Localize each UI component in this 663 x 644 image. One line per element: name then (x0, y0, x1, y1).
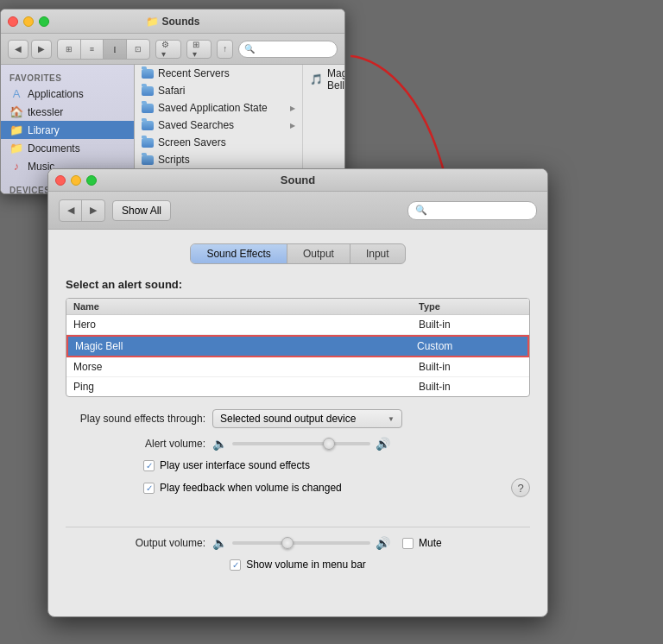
folder-icon (142, 104, 154, 113)
output-volume-slider: 🔈 🔊 Mute (212, 536, 442, 550)
col-item-saved-searches[interactable]: Saved Searches ▶ (135, 117, 302, 134)
alert-volume-label: Alert volume: (66, 438, 212, 450)
finder-search[interactable]: 🔍 (238, 41, 338, 58)
icon-view-button[interactable]: ⊞ (58, 40, 81, 59)
sound-row-morse[interactable]: Morse Built-in (66, 357, 529, 377)
folder-icon (142, 155, 154, 165)
sound-search[interactable]: 🔍 (407, 201, 537, 220)
tab-input[interactable]: Input (350, 244, 405, 263)
tab-sound-effects[interactable]: Sound Effects (191, 244, 287, 263)
tab-group: Sound Effects Output Input (190, 243, 405, 264)
sound-maximize-button[interactable] (86, 175, 97, 186)
dropdown-arrow-icon: ▼ (388, 415, 395, 423)
divider (66, 527, 530, 527)
tab-output[interactable]: Output (287, 244, 350, 263)
minimize-button[interactable] (23, 16, 34, 27)
col-item-safari[interactable]: Safari (135, 82, 302, 99)
tabs-row: Sound Effects Output Input (66, 243, 530, 264)
volume-low-icon: 🔈 (212, 437, 227, 451)
alert-volume-row: Alert volume: 🔈 🔊 (66, 437, 530, 451)
sound-preferences-window: Sound ◀ ▶ Show All 🔍 Sound Effects Outpu… (47, 168, 548, 617)
sidebar-item-home[interactable]: 🏠 tkessler (1, 103, 134, 121)
sound-content: Sound Effects Output Input Select an ale… (48, 230, 547, 518)
sound-row-hero[interactable]: Hero Built-in (66, 315, 529, 335)
back-button[interactable]: ◀ (8, 40, 28, 59)
sound-toolbar: ◀ ▶ Show All 🔍 (48, 192, 547, 230)
coverflow-view-button[interactable]: ⊡ (127, 40, 150, 59)
show-volume-menu-bar: ✓ Show volume in menu bar (66, 559, 530, 571)
applications-icon: A (9, 87, 23, 100)
slider-thumb[interactable] (323, 438, 335, 450)
output-volume-low-icon: 🔈 (212, 536, 227, 550)
music-icon: ♪ (9, 160, 23, 173)
output-volume-high-icon: 🔊 (376, 536, 390, 550)
sound-file-icon: 🎵 (310, 73, 323, 85)
maximize-button[interactable] (39, 16, 49, 27)
show-all-button[interactable]: Show All (112, 200, 171, 221)
alert-volume-slider: 🔈 🔊 (212, 437, 390, 451)
alert-header: Select an alert sound: (66, 278, 530, 291)
output-volume-row: Output volume: 🔈 🔊 Mute (66, 536, 530, 550)
folder-icon (142, 121, 154, 130)
help-button[interactable]: ? (511, 478, 530, 497)
play-through-dropdown[interactable]: Selected sound output device ▼ (212, 409, 402, 428)
action-button[interactable]: ⚙ ▾ (155, 40, 181, 59)
view-buttons: ⊞ ≡ ⫿ ⊡ (57, 39, 150, 60)
sidebar-item-applications[interactable]: A Applications (1, 85, 134, 103)
sound-row-magic-bell[interactable]: Magic Bell Custom (66, 335, 529, 357)
sidebar-item-library[interactable]: 📁 Library (1, 121, 134, 139)
forward-button[interactable]: ▶ (31, 40, 52, 59)
col-name-header: Name (73, 301, 419, 312)
forward-button[interactable]: ▶ (82, 200, 104, 221)
sound-list-header: Name Type (66, 299, 529, 315)
traffic-lights (8, 16, 49, 27)
show-volume-checkbox[interactable]: ✓ (230, 559, 241, 571)
col-item-screen-savers[interactable]: Screen Savers (135, 134, 302, 151)
col-type-header: Type (419, 301, 522, 312)
column-view-button[interactable]: ⫿ (104, 40, 127, 59)
col-item-magic-bell[interactable]: 🎵 Magic Bell.aiff (303, 65, 345, 94)
folder-icon (142, 69, 154, 79)
play-through-label: Play sound effects through: (66, 413, 212, 425)
sound-traffic-lights (55, 175, 97, 186)
arrange-button[interactable]: ⊞ ▾ (186, 40, 212, 59)
mute-checkbox[interactable] (402, 538, 414, 549)
output-volume-label: Output volume: (66, 537, 212, 549)
favorites-label: FAVORITES (1, 70, 134, 85)
play-through-row: Play sound effects through: Selected sou… (66, 409, 530, 428)
sound-row-ping[interactable]: Ping Built-in (66, 377, 529, 396)
output-slider-track[interactable] (232, 541, 370, 545)
search-icon: 🔍 (415, 205, 427, 216)
sound-close-button[interactable] (55, 175, 66, 186)
chevron-right-icon: ▶ (290, 104, 295, 112)
finder-titlebar: 📁 Sounds (1, 9, 344, 34)
feedback-checkbox[interactable]: ✓ (143, 483, 155, 494)
close-button[interactable] (8, 16, 18, 27)
sound-window-title: Sound (281, 174, 315, 186)
output-volume-section: Output volume: 🔈 🔊 Mute ✓ Show volume in… (48, 536, 547, 571)
folder-icon: 📁 (9, 123, 23, 136)
col-item-recent-servers[interactable]: Recent Servers (135, 65, 302, 82)
checkbox-ui-sounds: ✓ Play user interface sound effects (66, 459, 530, 471)
checkbox-feedback: ✓ Play feedback when volume is changed ? (66, 478, 530, 497)
volume-high-icon: 🔊 (376, 437, 390, 451)
ui-sounds-checkbox[interactable]: ✓ (143, 460, 155, 471)
documents-icon: 📁 (9, 142, 23, 155)
folder-icon (142, 86, 154, 96)
chevron-right-icon: ▶ (290, 122, 295, 129)
finder-title: 📁 Sounds (146, 16, 200, 28)
sidebar-item-documents[interactable]: 📁 Documents (1, 139, 134, 157)
col-item-saved-app-state[interactable]: Saved Application State ▶ (135, 99, 302, 117)
col-item-scripts[interactable]: Scripts (135, 151, 302, 168)
home-icon: 🏠 (9, 105, 23, 118)
share-button[interactable]: ↑ (217, 40, 233, 59)
back-forward-controls: ◀ ▶ (59, 199, 105, 222)
sound-minimize-button[interactable] (71, 175, 81, 186)
slider-track[interactable] (232, 442, 370, 445)
list-view-button[interactable]: ≡ (81, 40, 104, 59)
back-button[interactable]: ◀ (60, 200, 82, 221)
output-slider-thumb[interactable] (281, 537, 294, 549)
folder-icon (142, 138, 154, 148)
sound-list: Name Type Hero Built-in Magic Bell Custo… (66, 298, 530, 397)
sound-titlebar: Sound (48, 169, 547, 192)
